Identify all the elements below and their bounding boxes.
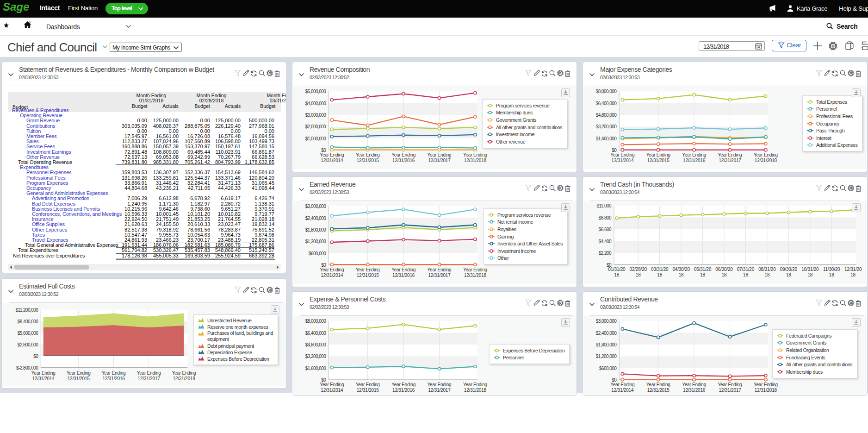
svg-text:12/31/2017: 12/31/2017 (428, 158, 451, 163)
svg-text:$1,600,000: $1,600,000 (596, 136, 617, 141)
svg-text:Year Ending: Year Ending (391, 152, 415, 157)
svg-text:12/31/2016: 12/31/2016 (392, 388, 415, 393)
svg-text:$5,000,000: $5,000,000 (305, 89, 327, 94)
svg-text:$5,600,000: $5,600,000 (18, 331, 39, 336)
svg-text:Year Ending: Year Ending (463, 382, 487, 387)
svg-text:$1,800,000: $1,800,000 (305, 227, 327, 232)
svg-text:Year Ending: Year Ending (754, 382, 778, 387)
svg-text:Year Ending: Year Ending (102, 370, 126, 376)
svg-text:12/31/2015: 12/31/2015 (68, 376, 90, 381)
svg-text:Year Ending: Year Ending (428, 152, 452, 157)
svg-text:$11,000: $11,000 (596, 203, 612, 208)
svg-text:Year Ending: Year Ending (31, 370, 56, 376)
svg-text:Year Ending: Year Ending (391, 267, 415, 272)
svg-text:$2,400,000: $2,400,000 (596, 331, 617, 336)
svg-text:$600,000: $600,000 (309, 251, 326, 256)
svg-text:Year Ending: Year Ending (428, 267, 452, 272)
svg-text:11/30/20: 11/30/20 (823, 267, 840, 272)
svg-text:05/31/20: 05/31/20 (694, 267, 712, 272)
svg-text:12/31/2014: 12/31/2014 (321, 158, 343, 163)
svg-text:12/31/2016: 12/31/2016 (392, 273, 415, 278)
svg-text:$600,000: $600,000 (599, 366, 617, 371)
svg-text:Year Ending: Year Ending (356, 152, 380, 157)
svg-text:12/31/2018: 12/31/2018 (173, 376, 195, 381)
svg-text:12/31/2017: 12/31/2017 (428, 388, 451, 393)
svg-text:Year Ending: Year Ending (320, 382, 344, 387)
svg-text:$2,400,000: $2,400,000 (305, 216, 327, 221)
svg-text:Year Ending: Year Ending (463, 152, 487, 157)
svg-text:$8,400,000: $8,400,000 (18, 319, 39, 324)
svg-text:$2,200: $2,200 (599, 251, 612, 256)
svg-text:$8,000,000: $8,000,000 (305, 319, 327, 324)
svg-text:Year Ending: Year Ending (682, 382, 706, 387)
svg-text:$8,000,000: $8,000,000 (596, 89, 617, 94)
svg-text:12/31/2016: 12/31/2016 (683, 158, 706, 163)
svg-text:$1,600,000: $1,600,000 (305, 366, 327, 371)
svg-text:$6,400,000: $6,400,000 (596, 101, 617, 106)
svg-text:Year Ending: Year Ending (718, 382, 742, 387)
svg-text:12/31/2017: 12/31/2017 (428, 273, 451, 278)
svg-text:18: 18 (850, 272, 856, 277)
svg-text:$1,200,000: $1,200,000 (596, 354, 617, 359)
svg-text:$3,200,000: $3,200,000 (596, 124, 617, 129)
svg-text:09/30/20: 09/30/20 (780, 267, 798, 272)
svg-text:12/31/2015: 12/31/2015 (357, 158, 379, 163)
svg-text:Year Ending: Year Ending (682, 152, 706, 157)
svg-text:18: 18 (829, 272, 834, 277)
svg-text:12/31/2018: 12/31/2018 (464, 158, 487, 163)
svg-text:Year Ending: Year Ending (320, 267, 344, 272)
svg-text:12/31/2018: 12/31/2018 (755, 388, 777, 393)
svg-text:$1,000,000: $1,000,000 (305, 136, 327, 141)
svg-text:Year Ending: Year Ending (754, 152, 778, 157)
svg-text:12/31/2016: 12/31/2016 (103, 376, 125, 381)
svg-text:18: 18 (700, 272, 705, 277)
svg-text:12/31/2015: 12/31/2015 (357, 388, 379, 393)
svg-text:Year Ending: Year Ending (172, 370, 196, 376)
svg-text:$3,000,000: $3,000,000 (305, 113, 327, 118)
svg-text:$11,200,000: $11,200,000 (15, 307, 38, 313)
svg-text:12/31/2017: 12/31/2017 (138, 376, 161, 381)
svg-text:18: 18 (722, 272, 727, 277)
svg-text:$6,400,000: $6,400,000 (305, 331, 327, 336)
svg-text:02/28/20: 02/28/20 (630, 267, 647, 272)
svg-text:12/31/2014: 12/31/2014 (32, 376, 55, 381)
svg-text:$4,000,000: $4,000,000 (305, 101, 327, 106)
svg-text:Year Ending: Year Ending (356, 382, 380, 387)
svg-text:12/31/2017: 12/31/2017 (719, 388, 741, 393)
svg-text:06/30/20: 06/30/20 (715, 267, 733, 272)
svg-text:$3,200,000: $3,200,000 (305, 354, 327, 359)
svg-text:$3,000,000: $3,000,000 (305, 204, 327, 209)
svg-text:Year Ending: Year Ending (610, 382, 634, 387)
svg-text:Year Ending: Year Ending (610, 152, 634, 157)
svg-text:18: 18 (743, 272, 748, 277)
svg-text:Year Ending: Year Ending (646, 382, 670, 387)
svg-text:$-2,800,000: $-2,800,000 (16, 365, 38, 370)
svg-text:Year Ending: Year Ending (718, 152, 742, 157)
svg-text:$1,200,000: $1,200,000 (305, 239, 327, 244)
svg-text:Year Ending: Year Ending (67, 370, 91, 376)
svg-text:12/31/2015: 12/31/2015 (647, 158, 670, 163)
svg-text:$0: $0 (33, 354, 38, 359)
svg-text:12/31/2014: 12/31/2014 (611, 388, 634, 393)
svg-text:18: 18 (679, 272, 684, 277)
svg-text:12/31/2018: 12/31/2018 (464, 273, 487, 278)
svg-text:12/31/2017: 12/31/2017 (719, 158, 741, 163)
svg-text:03/31/20: 03/31/20 (651, 267, 669, 272)
svg-text:$4,800,000: $4,800,000 (596, 113, 617, 118)
svg-text:12/31/2014: 12/31/2014 (321, 388, 343, 393)
svg-text:$8,800: $8,800 (599, 215, 612, 220)
svg-text:$2,000,000: $2,000,000 (305, 124, 327, 129)
svg-text:18: 18 (786, 272, 791, 277)
svg-text:18: 18 (614, 272, 619, 277)
svg-text:$1,800,000: $1,800,000 (596, 342, 617, 347)
svg-text:Year Ending: Year Ending (137, 370, 161, 376)
svg-text:Year Ending: Year Ending (646, 152, 670, 157)
svg-text:07/31/20: 07/31/20 (737, 267, 755, 272)
svg-text:Year Ending: Year Ending (463, 267, 487, 272)
svg-text:Year Ending: Year Ending (428, 382, 452, 387)
svg-text:12/31/2015: 12/31/2015 (357, 273, 379, 278)
svg-text:04/30/20: 04/30/20 (672, 267, 690, 272)
svg-text:$4,400: $4,400 (599, 239, 612, 244)
svg-text:$6,600: $6,600 (599, 227, 612, 232)
svg-text:12/31/2014: 12/31/2014 (611, 158, 634, 163)
